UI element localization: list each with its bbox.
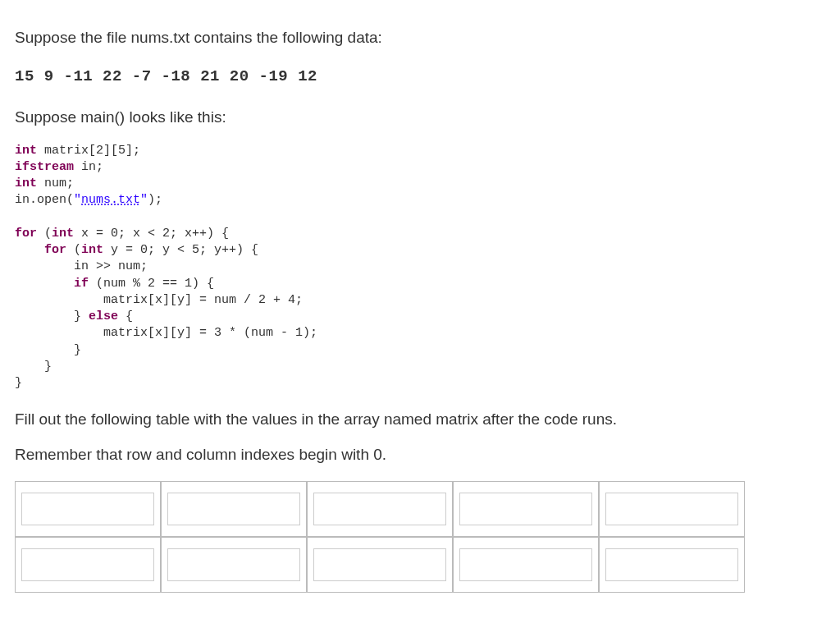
kw-int: int — [52, 227, 74, 241]
code-frag: matrix[x][y] = num / 2 + 4; — [15, 293, 303, 307]
cell-r0c0[interactable] — [21, 493, 153, 525]
remember-text: Remember that row and column indexes beg… — [15, 443, 825, 467]
kw-int: int — [15, 176, 37, 190]
code-frag: ); — [148, 193, 162, 207]
str-quote: " — [74, 193, 81, 207]
cell-r1c1[interactable] — [167, 548, 299, 581]
cell-r0c2[interactable] — [313, 493, 445, 525]
code-frag — [15, 243, 44, 257]
kw-for: for — [15, 227, 37, 241]
table-row — [15, 481, 745, 537]
code-frag: x = 0; x < 2; x++) { — [74, 227, 229, 241]
file-contents: 15 9 -11 22 -7 -18 21 20 -19 12 — [15, 65, 825, 89]
code-frag: in; — [74, 160, 103, 174]
kw-if: if — [74, 277, 89, 291]
question-text: Fill out the following table with the va… — [15, 408, 825, 432]
kw-for: for — [44, 243, 66, 257]
code-listing: int matrix[2][5]; ifstream in; int num; … — [15, 143, 825, 392]
code-frag: { — [118, 309, 133, 323]
code-frag: num; — [37, 176, 74, 190]
code-frag: matrix[x][y] = 3 * (num - 1); — [15, 326, 317, 340]
kw-int: int — [15, 144, 37, 158]
code-frag: matrix[2][5]; — [37, 144, 140, 158]
cell-r0c4[interactable] — [605, 493, 737, 525]
code-frag: ( — [37, 227, 52, 241]
cell-r0c3[interactable] — [459, 493, 591, 525]
code-frag: ( — [66, 243, 81, 257]
cell-r1c3[interactable] — [459, 548, 591, 581]
answer-table — [15, 481, 745, 593]
code-frag: } — [15, 360, 52, 374]
cell-r0c1[interactable] — [167, 493, 299, 525]
str-nums: nums.txt — [81, 193, 140, 207]
code-frag: in.open( — [15, 193, 74, 207]
cell-r1c0[interactable] — [21, 548, 153, 581]
code-frag: } — [15, 343, 81, 357]
code-frag: y = 0; y < 5; y++) { — [103, 243, 258, 257]
kw-ifstream: ifstream — [15, 160, 74, 174]
code-frag: in >> num; — [15, 259, 148, 273]
kw-int: int — [81, 243, 103, 257]
code-frag: } — [15, 376, 22, 390]
code-frag: (num % 2 == 1) { — [89, 277, 214, 291]
code-frag — [15, 277, 74, 291]
table-row — [15, 537, 745, 593]
code-frag: } — [15, 309, 89, 323]
intro-text: Suppose the file nums.txt contains the f… — [15, 26, 825, 50]
str-quote: " — [140, 193, 148, 207]
cell-r1c2[interactable] — [313, 548, 445, 581]
cell-r1c4[interactable] — [605, 548, 737, 581]
main-intro-text: Suppose main() looks like this: — [15, 106, 825, 130]
kw-else: else — [89, 309, 118, 323]
